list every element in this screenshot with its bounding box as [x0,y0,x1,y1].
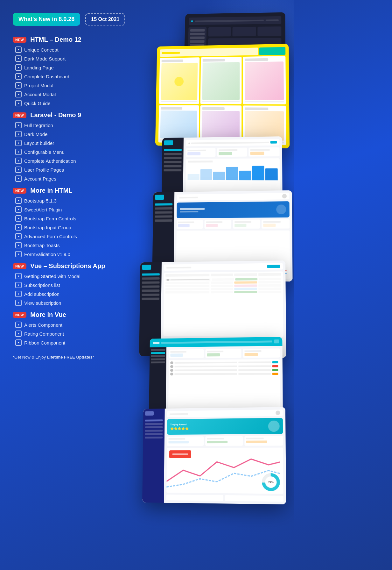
section-title-row-laravel: New Laravel - Demo 9 [13,111,134,119]
list-item: Landing Page [15,63,134,72]
item-text: Advanced Form Controls [24,234,77,239]
section-title-row-vue-sub: New Vue – Subscriptions App [13,262,134,270]
item-text: Complete Dashboard [24,74,69,79]
item-text: Bootstrap 5.1.3 [24,198,57,203]
new-badge-html: New [13,37,26,43]
list-item: Layout builder [15,139,134,147]
list-item: Quick Guide [15,99,134,108]
list-item: Subscriptions list [15,281,134,289]
bullet-icon [15,46,22,53]
bullet-icon [15,197,22,204]
screen-vue: Trophy Award⭐⭐⭐⭐⭐ [142,407,286,504]
bullet-icon [15,331,22,337]
bullet-icon [15,158,22,164]
item-text: SweetAlert Plugin [24,207,62,212]
section-title-row-more-html: New More in HTML [13,187,134,194]
bullet-icon [15,82,22,89]
list-item: Complete Dashboard [15,72,134,81]
bullet-icon [15,273,22,279]
item-text: Subscriptions list [24,282,60,288]
section-html-demo-12: New HTML – Demo 12 Unique Concept Dark M… [13,36,134,108]
item-text: Bootstrap Input Group [24,225,71,230]
item-text: Project Modal [24,83,53,88]
bullet-icon [15,339,22,346]
footer-prefix: *Get Now & Enjoy [13,355,47,360]
header-section: What's New in 8.0.28 15 Oct 2021 [13,13,134,26]
bullet-icon [15,167,22,173]
new-badge-more-vue: New [13,312,26,318]
bullet-icon [15,64,22,71]
item-text: Account Modal [24,92,56,97]
bullet-icon [15,122,22,128]
release-date: 15 Oct 2021 [85,13,125,25]
item-text: Alerts Component [24,322,62,328]
list-item: Getting Started with Modal [15,272,134,281]
item-text: Bootstrap Form Controls [24,216,76,221]
bullet-icon [15,149,22,155]
section-more-vue: New More in Vue Alerts Component Rating … [13,311,134,347]
bullet-icon [15,73,22,80]
section-laravel-demo-9: New Laravel - Demo 9 Full Itegration Dar… [13,111,134,183]
list-item: Account Modal [15,90,134,99]
list-item: View subscription [15,298,134,307]
items-list-more-html: Bootstrap 5.1.3 SweetAlert Plugin Bootst… [13,196,134,259]
item-text: Account Pages [24,176,56,182]
item-text: Getting Started with Modal [24,274,80,279]
footer-note: *Get Now & Enjoy Lifetime FREE Updates* [13,355,134,360]
section-title-more-html: More in HTML [30,187,72,194]
list-item: Bootstrap Form Controls [15,214,134,223]
item-text: Bootstrap Toasts [24,243,60,248]
item-text: FormValidation v1.9.0 [24,252,70,257]
item-text: Ribbon Component [24,340,65,346]
items-list-more-vue: Alerts Component Rating Component Ribbon… [13,320,134,347]
screenshot-stack: Trophy Award⭐⭐⭐⭐⭐ [140,13,284,554]
list-item: Complete Authentication [15,156,134,165]
bullet-icon [15,131,22,137]
section-title-html: HTML – Demo 12 [30,36,81,43]
bullet-icon [15,322,22,328]
list-item: Bootstrap Toasts [15,241,134,250]
section-title-row-more-vue: New More in Vue [13,311,134,318]
items-list-laravel: Full Itegration Dark Mode Layout builder… [13,121,134,183]
list-item: Dark Mode Support [15,54,134,63]
bullet-icon [15,206,22,213]
bullet-icon [15,282,22,288]
bullet-icon [15,140,22,146]
items-list-html: Unique Concept Dark Mode Support Landing… [13,45,134,108]
footer-bold: Lifetime FREE Updates [47,355,93,360]
item-text: Unique Concept [24,47,59,53]
list-item: Bootstrap 5.1.3 [15,196,134,205]
section-more-html: New More in HTML Bootstrap 5.1.3 SweetAl… [13,187,134,259]
right-panel: Trophy Award⭐⭐⭐⭐⭐ [140,13,284,554]
section-title-vue-sub: Vue – Subscriptions App [30,262,105,270]
bullet-icon [15,291,22,297]
list-item: Unique Concept [15,45,134,54]
bullet-icon [15,91,22,97]
bullet-icon [15,242,22,248]
list-item: Account Pages [15,174,134,183]
item-text: View subscription [24,300,61,306]
list-item: Alerts Component [15,320,134,329]
bullet-icon [15,175,22,182]
list-item: Dark Mode [15,130,134,139]
list-item: Full Itegration [15,121,134,130]
item-text: Configurable Menu [24,149,65,155]
item-text: Add subscription [24,291,60,297]
item-text: User Profile Pages [24,167,64,173]
bullet-icon [15,215,22,222]
list-item: Configurable Menu [15,147,134,156]
list-item: Rating Component [15,329,134,338]
list-item: SweetAlert Plugin [15,205,134,214]
item-text: Layout builder [24,140,54,146]
bullet-icon [15,300,22,306]
list-item: Add subscription [15,289,134,298]
new-badge-vue-sub: New [13,263,26,269]
items-list-vue-sub: Getting Started with Modal Subscriptions… [13,272,134,307]
screen-yellow-dashboard [155,44,290,148]
item-text: Dark Mode [24,132,47,137]
list-item: Advanced Form Controls [15,232,134,241]
item-text: Dark Mode Support [24,56,66,61]
item-text: Complete Authentication [24,158,76,164]
list-item: User Profile Pages [15,165,134,174]
section-title-row-html: New HTML – Demo 12 [13,36,134,43]
